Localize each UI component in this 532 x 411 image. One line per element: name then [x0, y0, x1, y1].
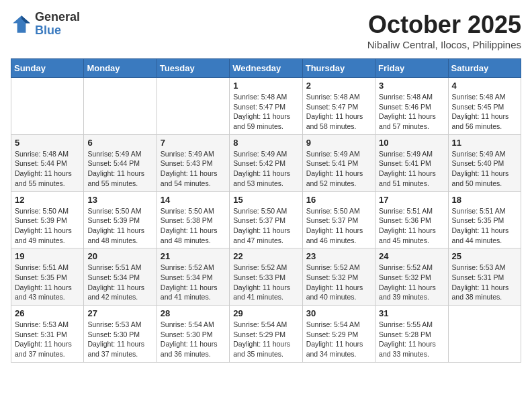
calendar-cell — [11, 78, 84, 135]
day-info: Sunrise: 5:53 AM Sunset: 5:30 PM Dayligh… — [87, 320, 152, 359]
day-info: Sunrise: 5:50 AM Sunset: 5:37 PM Dayligh… — [233, 206, 298, 246]
calendar-cell — [84, 78, 157, 135]
calendar-cell: 5Sunrise: 5:48 AM Sunset: 5:44 PM Daylig… — [11, 134, 84, 191]
day-info: Sunrise: 5:54 AM Sunset: 5:29 PM Dayligh… — [233, 320, 298, 359]
day-number: 22 — [233, 251, 298, 261]
day-number: 1 — [233, 81, 298, 91]
weekday-header-tuesday: Tuesday — [157, 59, 229, 78]
day-info: Sunrise: 5:50 AM Sunset: 5:38 PM Dayligh… — [161, 206, 226, 246]
calendar-cell: 19Sunrise: 5:51 AM Sunset: 5:35 PM Dayli… — [11, 248, 84, 306]
weekday-header-row: SundayMondayTuesdayWednesdayThursdayFrid… — [11, 59, 521, 78]
day-info: Sunrise: 5:55 AM Sunset: 5:28 PM Dayligh… — [379, 320, 444, 359]
day-info: Sunrise: 5:52 AM Sunset: 5:32 PM Dayligh… — [379, 263, 444, 302]
calendar-table: SundayMondayTuesdayWednesdayThursdayFrid… — [11, 58, 521, 363]
day-number: 31 — [379, 308, 444, 318]
day-info: Sunrise: 5:51 AM Sunset: 5:35 PM Dayligh… — [15, 263, 80, 302]
day-number: 3 — [379, 81, 444, 91]
day-info: Sunrise: 5:52 AM Sunset: 5:34 PM Dayligh… — [161, 263, 226, 302]
calendar-cell: 8Sunrise: 5:49 AM Sunset: 5:42 PM Daylig… — [230, 134, 302, 191]
calendar-cell: 20Sunrise: 5:51 AM Sunset: 5:34 PM Dayli… — [84, 248, 157, 306]
day-number: 27 — [87, 308, 152, 318]
calendar-cell: 3Sunrise: 5:48 AM Sunset: 5:46 PM Daylig… — [375, 78, 448, 135]
calendar-cell: 29Sunrise: 5:54 AM Sunset: 5:29 PM Dayli… — [230, 306, 302, 363]
calendar-cell: 17Sunrise: 5:51 AM Sunset: 5:36 PM Dayli… — [375, 191, 448, 248]
calendar-cell: 10Sunrise: 5:49 AM Sunset: 5:41 PM Dayli… — [375, 134, 448, 191]
day-number: 23 — [306, 251, 371, 261]
calendar-cell: 11Sunrise: 5:49 AM Sunset: 5:40 PM Dayli… — [448, 134, 521, 191]
day-number: 6 — [87, 138, 152, 148]
logo-blue-text: Blue — [35, 24, 80, 38]
calendar-cell — [448, 306, 521, 363]
day-number: 10 — [379, 138, 444, 148]
day-info: Sunrise: 5:52 AM Sunset: 5:33 PM Dayligh… — [233, 263, 298, 302]
weekday-header-thursday: Thursday — [302, 59, 375, 78]
day-info: Sunrise: 5:51 AM Sunset: 5:35 PM Dayligh… — [452, 206, 517, 246]
day-number: 30 — [306, 308, 371, 318]
day-number: 19 — [15, 251, 80, 261]
week-row-3: 19Sunrise: 5:51 AM Sunset: 5:35 PM Dayli… — [11, 248, 521, 306]
day-info: Sunrise: 5:49 AM Sunset: 5:40 PM Dayligh… — [452, 149, 517, 189]
calendar-cell — [157, 78, 229, 135]
week-row-2: 12Sunrise: 5:50 AM Sunset: 5:39 PM Dayli… — [11, 191, 521, 248]
calendar-cell: 26Sunrise: 5:53 AM Sunset: 5:31 PM Dayli… — [11, 306, 84, 363]
calendar-cell: 21Sunrise: 5:52 AM Sunset: 5:34 PM Dayli… — [157, 248, 229, 306]
week-row-0: 1Sunrise: 5:48 AM Sunset: 5:47 PM Daylig… — [11, 78, 521, 135]
day-number: 29 — [233, 308, 298, 318]
day-number: 11 — [452, 138, 517, 148]
day-info: Sunrise: 5:53 AM Sunset: 5:31 PM Dayligh… — [15, 320, 80, 359]
day-info: Sunrise: 5:49 AM Sunset: 5:44 PM Dayligh… — [87, 149, 152, 189]
calendar-cell: 28Sunrise: 5:54 AM Sunset: 5:30 PM Dayli… — [157, 306, 229, 363]
weekday-header-wednesday: Wednesday — [230, 59, 302, 78]
week-row-1: 5Sunrise: 5:48 AM Sunset: 5:44 PM Daylig… — [11, 134, 521, 191]
weekday-header-friday: Friday — [375, 59, 448, 78]
day-info: Sunrise: 5:48 AM Sunset: 5:47 PM Dayligh… — [306, 92, 371, 132]
day-number: 16 — [306, 195, 371, 205]
calendar-cell: 9Sunrise: 5:49 AM Sunset: 5:41 PM Daylig… — [302, 134, 375, 191]
location-text: Nibaliw Central, Ilocos, Philippines — [367, 39, 521, 50]
calendar-cell: 14Sunrise: 5:50 AM Sunset: 5:38 PM Dayli… — [157, 191, 229, 248]
day-number: 17 — [379, 195, 444, 205]
calendar-cell: 16Sunrise: 5:50 AM Sunset: 5:37 PM Dayli… — [302, 191, 375, 248]
day-number: 20 — [87, 251, 152, 261]
day-info: Sunrise: 5:50 AM Sunset: 5:39 PM Dayligh… — [87, 206, 152, 246]
calendar-cell: 12Sunrise: 5:50 AM Sunset: 5:39 PM Dayli… — [11, 191, 84, 248]
title-block: October 2025 Nibaliw Central, Ilocos, Ph… — [367, 11, 521, 50]
logo: General Blue — [11, 11, 80, 38]
day-info: Sunrise: 5:48 AM Sunset: 5:46 PM Dayligh… — [379, 92, 444, 132]
day-number: 13 — [87, 195, 152, 205]
day-info: Sunrise: 5:48 AM Sunset: 5:47 PM Dayligh… — [233, 92, 298, 132]
week-row-4: 26Sunrise: 5:53 AM Sunset: 5:31 PM Dayli… — [11, 306, 521, 363]
day-info: Sunrise: 5:49 AM Sunset: 5:43 PM Dayligh… — [161, 149, 226, 189]
day-info: Sunrise: 5:52 AM Sunset: 5:32 PM Dayligh… — [306, 263, 371, 302]
day-number: 9 — [306, 138, 371, 148]
day-number: 28 — [161, 308, 226, 318]
day-info: Sunrise: 5:51 AM Sunset: 5:36 PM Dayligh… — [379, 206, 444, 246]
calendar-cell: 13Sunrise: 5:50 AM Sunset: 5:39 PM Dayli… — [84, 191, 157, 248]
day-number: 15 — [233, 195, 298, 205]
day-number: 8 — [233, 138, 298, 148]
day-info: Sunrise: 5:48 AM Sunset: 5:44 PM Dayligh… — [15, 149, 80, 189]
day-number: 21 — [161, 251, 226, 261]
calendar-cell: 31Sunrise: 5:55 AM Sunset: 5:28 PM Dayli… — [375, 306, 448, 363]
day-info: Sunrise: 5:49 AM Sunset: 5:42 PM Dayligh… — [233, 149, 298, 189]
day-number: 14 — [161, 195, 226, 205]
weekday-header-monday: Monday — [84, 59, 157, 78]
day-number: 26 — [15, 308, 80, 318]
calendar-cell: 7Sunrise: 5:49 AM Sunset: 5:43 PM Daylig… — [157, 134, 229, 191]
calendar-cell: 30Sunrise: 5:54 AM Sunset: 5:29 PM Dayli… — [302, 306, 375, 363]
day-number: 12 — [15, 195, 80, 205]
calendar-cell: 27Sunrise: 5:53 AM Sunset: 5:30 PM Dayli… — [84, 306, 157, 363]
day-number: 4 — [452, 81, 517, 91]
calendar-cell: 4Sunrise: 5:48 AM Sunset: 5:45 PM Daylig… — [448, 78, 521, 135]
day-number: 5 — [15, 138, 80, 148]
day-number: 7 — [161, 138, 226, 148]
day-info: Sunrise: 5:49 AM Sunset: 5:41 PM Dayligh… — [306, 149, 371, 189]
day-number: 2 — [306, 81, 371, 91]
day-number: 24 — [379, 251, 444, 261]
day-number: 25 — [452, 251, 517, 261]
day-info: Sunrise: 5:53 AM Sunset: 5:31 PM Dayligh… — [452, 263, 517, 302]
calendar-cell: 6Sunrise: 5:49 AM Sunset: 5:44 PM Daylig… — [84, 134, 157, 191]
calendar-cell: 1Sunrise: 5:48 AM Sunset: 5:47 PM Daylig… — [230, 78, 302, 135]
day-number: 18 — [452, 195, 517, 205]
calendar-cell: 15Sunrise: 5:50 AM Sunset: 5:37 PM Dayli… — [230, 191, 302, 248]
